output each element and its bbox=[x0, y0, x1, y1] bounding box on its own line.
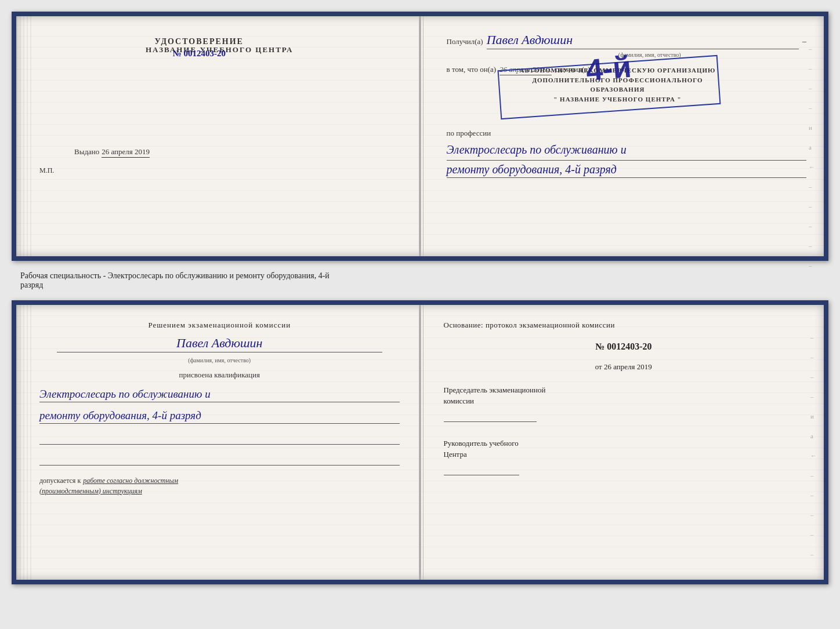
empty-line-2 bbox=[39, 454, 400, 466]
br-dash-12: – bbox=[810, 551, 817, 558]
chairman-label: Председатель экзаменационнойкомиссии bbox=[444, 384, 804, 407]
prisvoena-label: присвоена квалификация bbox=[39, 370, 400, 380]
document-container: НАЗВАНИЕ УЧЕБНОГО ЦЕНТРА УДОСТОВЕРЕНИЕ №… bbox=[12, 12, 828, 584]
middle-text: Рабочая специальность - Электрослесарь п… bbox=[12, 267, 828, 294]
br-dash-3: – bbox=[810, 373, 817, 380]
chairman-block: Председатель экзаменационнойкомиссии bbox=[444, 384, 804, 422]
dash-11: – bbox=[809, 242, 815, 249]
profession-block: по профессии Электрослесарь по обслужива… bbox=[447, 129, 807, 178]
dash-9: – bbox=[809, 203, 815, 210]
bottom-left-page: Решением экзаменационной комиссии Павел … bbox=[16, 305, 423, 580]
br-dash-5: и bbox=[810, 413, 817, 420]
spine-decoration bbox=[16, 16, 34, 256]
dopuskaetsya-label: допускается к bbox=[39, 477, 81, 485]
dash-4: – bbox=[809, 104, 815, 111]
recipient-name: Павел Авдюшин bbox=[487, 32, 799, 49]
bottom-profession-line1: Электрослесарь по обслуживанию и bbox=[39, 388, 400, 402]
top-right-page: Получил(а) Павел Авдюшин – (фамилия, имя… bbox=[423, 16, 824, 256]
rukov-signature-line bbox=[444, 475, 519, 475]
ot-date-value: 26 апреля 2019 bbox=[604, 362, 652, 371]
dash-10: – bbox=[809, 223, 815, 230]
bottom-right-page: Основание: протокол экзаменационной коми… bbox=[423, 305, 824, 580]
br-dash-11: – bbox=[810, 531, 817, 538]
vydano-label: Выдано bbox=[74, 147, 99, 157]
resheniye-title: Решением экзаменационной комиссии bbox=[39, 319, 400, 331]
specialty-description: Рабочая специальность - Электрослесарь п… bbox=[20, 271, 330, 289]
dash-7: ← bbox=[809, 163, 815, 170]
razryad-big: 4-й bbox=[584, 49, 632, 88]
br-number: № 0012403-20 bbox=[444, 341, 804, 352]
dash-6: а bbox=[809, 144, 815, 151]
dash-3: – bbox=[809, 85, 815, 92]
osnovanie-text: Основание: протокол экзаменационной коми… bbox=[444, 319, 804, 331]
chairman-signature-line bbox=[444, 421, 537, 422]
br-dash-10: – bbox=[810, 511, 817, 518]
rukov-block: Руководитель учебногоЦентра bbox=[444, 438, 804, 475]
top-document: НАЗВАНИЕ УЧЕБНОГО ЦЕНТРА УДОСТОВЕРЕНИЕ №… bbox=[12, 12, 828, 261]
vtom-label: в том, что он(а) bbox=[447, 65, 497, 74]
dopuskaetsya-block: допускается к работе согласно должностны… bbox=[39, 475, 400, 496]
po-professii-label: по профессии bbox=[447, 129, 807, 138]
mp-label: М.П. bbox=[39, 166, 54, 175]
ot-date-block: от 26 апреля 2019 bbox=[444, 362, 804, 372]
udostoverenie-number: № 0012403-20 bbox=[155, 49, 244, 59]
br-dash-1: – bbox=[810, 334, 817, 341]
bottom-recipient-name: Павел Авдюшин bbox=[57, 336, 382, 352]
rukov-label: Руководитель учебногоЦентра bbox=[444, 438, 804, 460]
br-dash-2: – bbox=[810, 354, 817, 361]
bottom-fio-hint: (фамилия, имя, отчество) bbox=[39, 357, 400, 363]
dash: – bbox=[802, 37, 806, 46]
bottom-document: Решением экзаменационной комиссии Павел … bbox=[12, 300, 828, 584]
profession-line2: ремонту оборудования, 4-й разряд bbox=[447, 163, 807, 178]
poluchil-label: Получил(а) bbox=[447, 37, 483, 46]
dash-1: – bbox=[809, 45, 815, 52]
br-dash-7: ← bbox=[810, 452, 817, 459]
br-dash-6: а bbox=[810, 432, 817, 439]
dash-8: – bbox=[809, 183, 815, 190]
ot-label: от bbox=[595, 362, 602, 371]
empty-line-1 bbox=[39, 433, 400, 445]
udostoverenie-block: УДОСТОВЕРЕНИЕ № 0012403-20 bbox=[155, 37, 244, 59]
br-dash-4: – bbox=[810, 393, 817, 400]
br-side-dashes: – – – – и а ← – – – – – bbox=[810, 334, 817, 558]
vydano-block: Выдано 26 апреля 2019 bbox=[74, 147, 150, 158]
dash-2: – bbox=[809, 65, 815, 72]
br-dash-9: – bbox=[810, 492, 817, 499]
side-dashes: – – – – и а ← – – – – – bbox=[809, 45, 815, 269]
profession-line1: Электрослесарь по обслуживанию и bbox=[447, 140, 807, 161]
udostoverenie-label: УДОСТОВЕРЕНИЕ bbox=[155, 37, 244, 46]
top-left-page: НАЗВАНИЕ УЧЕБНОГО ЦЕНТРА УДОСТОВЕРЕНИЕ №… bbox=[16, 16, 423, 256]
dash-5: и bbox=[809, 124, 815, 131]
spine-decoration-bottom bbox=[16, 305, 34, 580]
vydano-date: 26 апреля 2019 bbox=[102, 147, 150, 158]
bottom-profession-line2: ремонту оборудования, 4-й разряд bbox=[39, 409, 400, 424]
br-dash-8: – bbox=[810, 472, 817, 479]
poluchil-block: Получил(а) Павел Авдюшин – bbox=[447, 32, 807, 49]
dash-12: – bbox=[809, 262, 815, 269]
